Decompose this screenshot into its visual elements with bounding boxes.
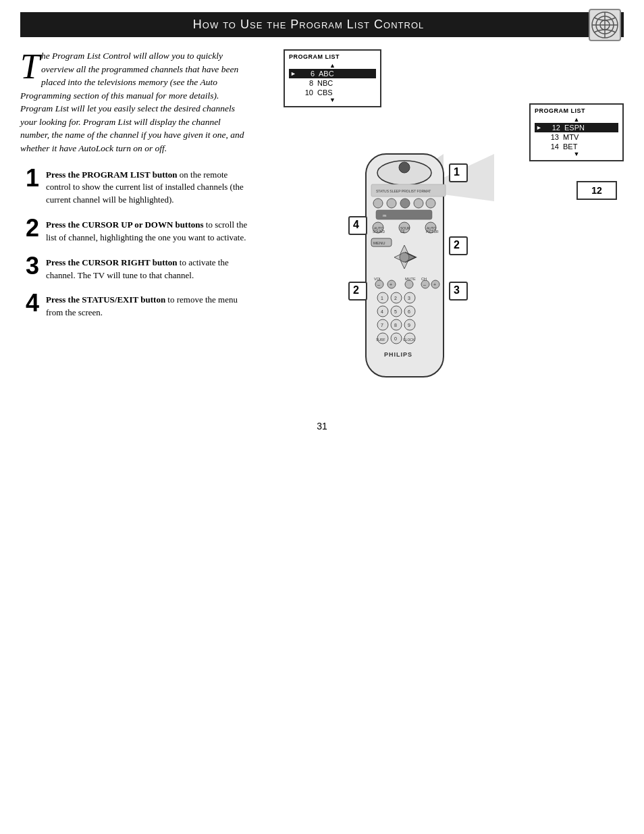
- svg-marker-31: [400, 259, 409, 269]
- channel-num-8: 8: [300, 79, 313, 87]
- svg-text:–: –: [377, 282, 380, 287]
- svg-point-67: [391, 333, 402, 344]
- svg-text:m: m: [383, 213, 386, 217]
- drop-cap: T: [20, 53, 40, 80]
- svg-point-57: [404, 306, 415, 317]
- steps-list: 1 Press the PROGRAM LIST button on the r…: [20, 166, 250, 320]
- svg-text:SOUR: SOUR: [400, 226, 410, 230]
- svg-point-49: [391, 292, 402, 303]
- svg-text:4: 4: [353, 219, 359, 230]
- step-2-text: Press the CURSOR UP or DOWN buttons to s…: [46, 216, 250, 244]
- screen-left-scroll-down: ▼: [289, 97, 376, 103]
- svg-point-16: [426, 199, 435, 208]
- right-column: Program List ▲ ► 6 ABC 8 NBC 10 CBS ▼: [257, 49, 624, 400]
- svg-text:PICTUR: PICTUR: [426, 230, 439, 234]
- svg-marker-6: [444, 154, 494, 201]
- channel-display: 12: [576, 181, 617, 200]
- step-4: 4 Press the STATUS/EXIT button to remove…: [20, 291, 250, 319]
- svg-rect-17: [376, 210, 432, 219]
- svg-point-15: [414, 199, 423, 208]
- svg-marker-5: [403, 154, 444, 211]
- channel-num-14: 14: [545, 142, 559, 151]
- svg-text:2: 2: [353, 284, 359, 296]
- svg-point-12: [373, 199, 383, 208]
- channel-num-6: 6: [301, 70, 315, 78]
- left-column: The Program List Control will allow you …: [20, 49, 257, 400]
- screen-left: Program List ▲ ► 6 ABC 8 NBC 10 CBS ▼: [284, 49, 381, 107]
- svg-text:0: 0: [394, 336, 397, 341]
- svg-text:MUTE: MUTE: [405, 277, 416, 281]
- screen-left-title: Program List: [289, 53, 376, 60]
- svg-point-55: [391, 306, 402, 317]
- channel-row-13: 13 MTV: [535, 132, 618, 142]
- svg-marker-32: [394, 253, 404, 262]
- svg-text:CH: CH: [421, 277, 427, 281]
- step-1-bold: Press the PROGRAM LIST button: [46, 170, 178, 180]
- screen-right-scroll-down: ▼: [535, 151, 618, 157]
- svg-text:9: 9: [408, 323, 410, 328]
- svg-point-41: [405, 280, 413, 288]
- content-area: The Program List Control will allow you …: [20, 49, 624, 400]
- svg-text:+: +: [433, 282, 436, 287]
- svg-point-65: [377, 333, 388, 344]
- svg-point-61: [391, 319, 402, 330]
- step-2: 2 Press the CURSOR UP or DOWN buttons to…: [20, 216, 250, 244]
- channel-name-6: ABC: [319, 70, 375, 78]
- channel-row-10: 10 CBS: [289, 88, 376, 97]
- svg-point-53: [377, 306, 388, 317]
- svg-rect-80: [349, 282, 367, 300]
- page-header: How to Use the Program List Control: [20, 12, 624, 37]
- svg-point-69: [404, 333, 415, 344]
- channel-row-8: 8 NBC: [289, 78, 376, 88]
- step-1-number: 1: [20, 166, 39, 190]
- svg-point-43: [421, 280, 429, 288]
- step-3-number: 3: [20, 254, 39, 278]
- svg-rect-10: [371, 184, 446, 197]
- svg-point-47: [377, 292, 388, 303]
- diagram: Program List ▲ ► 6 ABC 8 NBC 10 CBS ▼: [257, 49, 624, 400]
- svg-text:+: +: [390, 282, 392, 287]
- svg-text:SOUND: SOUND: [373, 230, 385, 234]
- svg-text:4: 4: [381, 309, 383, 314]
- channel-display-value: 12: [591, 185, 602, 196]
- svg-text:6: 6: [408, 309, 410, 314]
- svg-rect-78: [450, 164, 467, 182]
- channel-row-6: ► 6 ABC: [289, 69, 376, 78]
- svg-point-59: [377, 319, 388, 330]
- svg-text:CLOCK: CLOCK: [403, 338, 415, 342]
- svg-text:PHILIPS: PHILIPS: [384, 351, 412, 358]
- step-4-text: Press the STATUS/EXIT button to remove t…: [46, 291, 250, 319]
- svg-marker-30: [400, 245, 409, 255]
- svg-point-19: [373, 222, 383, 233]
- svg-marker-33: [406, 253, 416, 262]
- step-2-number: 2: [20, 216, 39, 240]
- svg-text:3: 3: [454, 284, 460, 296]
- svg-text:MENU: MENU: [373, 241, 385, 245]
- svg-rect-72: [349, 217, 367, 234]
- svg-rect-76: [450, 282, 467, 300]
- svg-text:3: 3: [408, 296, 410, 301]
- step-2-bold: Press the CURSOR UP or DOWN buttons: [46, 219, 204, 230]
- step-1-text: Press the PROGRAM LIST button on the rem…: [46, 166, 250, 207]
- step-3-bold: Press the CURSOR RIGHT button: [46, 257, 178, 267]
- channel-name-8: NBC: [317, 79, 376, 87]
- channel-row-14: 14 BET: [535, 142, 618, 151]
- svg-rect-28: [371, 238, 392, 246]
- svg-point-51: [404, 292, 415, 303]
- svg-rect-7: [366, 154, 444, 377]
- screen-right-scroll-up: ▲: [535, 117, 618, 123]
- svg-text:7: 7: [381, 323, 383, 328]
- svg-text:–: –: [423, 282, 426, 287]
- svg-text:8: 8: [394, 323, 397, 328]
- channel-num-12: 12: [547, 124, 560, 132]
- channel-name-14: BET: [563, 142, 618, 151]
- svg-text:VOL: VOL: [374, 277, 381, 281]
- svg-text:SURF: SURF: [376, 338, 385, 342]
- svg-text:2: 2: [454, 239, 460, 251]
- screen-left-scroll-up: ▲: [289, 63, 376, 69]
- svg-point-13: [387, 199, 396, 208]
- step-1: 1 Press the PROGRAM LIST button on the r…: [20, 166, 250, 207]
- channel-name-12: ESPN: [564, 124, 617, 132]
- channel-name-13: MTV: [563, 133, 618, 141]
- svg-text:STATUS SLEEP PROLIST FORMAT: STATUS SLEEP PROLIST FORMAT: [376, 189, 431, 193]
